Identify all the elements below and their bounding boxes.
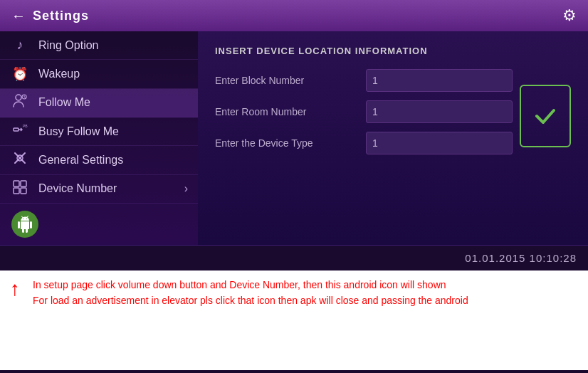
top-bar: ← Settings ⚙ bbox=[0, 0, 588, 31]
page-title: Settings bbox=[33, 9, 89, 23]
general-settings-icon bbox=[11, 150, 28, 169]
sidebar-label-ring-option: Ring Option bbox=[38, 39, 99, 52]
sidebar-label-busy-follow-me: Busy Follow Me bbox=[38, 125, 119, 138]
sidebar-item-wakeup[interactable]: ⏰ Wakeup bbox=[0, 60, 198, 88]
room-number-row: Enter Room Number bbox=[215, 100, 513, 123]
status-bar: 01.01.2015 10:10:28 bbox=[0, 245, 588, 270]
back-button[interactable]: ← bbox=[11, 8, 26, 24]
room-number-label: Enter Room Number bbox=[215, 106, 357, 117]
sidebar-label-general-settings: General Settings bbox=[38, 154, 123, 167]
device-type-row: Enter the Device Type bbox=[215, 132, 513, 154]
top-bar-left: ← Settings bbox=[11, 8, 89, 24]
sidebar-label-follow-me: Follow Me bbox=[38, 96, 90, 109]
app-root: ← Settings ⚙ ♪ Ring Option ⏰ Wakeup bbox=[0, 0, 588, 370]
instruction-area: ↑ In setup page click volume down button… bbox=[0, 270, 588, 370]
gear-icon[interactable]: ⚙ bbox=[562, 6, 577, 25]
sidebar-item-general-settings[interactable]: General Settings bbox=[0, 146, 198, 174]
wakeup-icon: ⏰ bbox=[11, 66, 28, 82]
svg-text:PBX: PBX bbox=[23, 124, 28, 128]
android-icon-button[interactable] bbox=[11, 211, 38, 238]
android-icon-row bbox=[0, 204, 198, 245]
block-number-label: Enter Block Number bbox=[215, 75, 357, 86]
sidebar-item-follow-me[interactable]: Follow Me bbox=[0, 89, 198, 117]
form-and-button: Enter Block Number Enter Room Number Ent… bbox=[215, 69, 571, 163]
sidebar-item-ring-option[interactable]: ♪ Ring Option bbox=[0, 31, 198, 60]
chevron-right-icon: › bbox=[184, 182, 188, 195]
block-number-row: Enter Block Number bbox=[215, 69, 513, 92]
main-section: ♪ Ring Option ⏰ Wakeup Follow Me bbox=[0, 31, 588, 245]
follow-me-icon bbox=[11, 93, 28, 112]
instruction-text: In setup page click volume down button a… bbox=[33, 278, 578, 308]
sidebar-item-device-number[interactable]: Device Number › bbox=[0, 175, 198, 204]
busy-follow-me-icon: PBX bbox=[11, 122, 28, 141]
device-type-input[interactable] bbox=[366, 132, 513, 154]
svg-rect-2 bbox=[14, 128, 19, 131]
sidebar-item-busy-follow-me[interactable]: PBX Busy Follow Me bbox=[0, 117, 198, 146]
block-number-input[interactable] bbox=[366, 69, 513, 92]
device-type-label: Enter the Device Type bbox=[215, 137, 357, 149]
svg-rect-7 bbox=[14, 181, 19, 186]
svg-rect-8 bbox=[21, 181, 26, 186]
sidebar: ♪ Ring Option ⏰ Wakeup Follow Me bbox=[0, 31, 198, 245]
svg-point-0 bbox=[16, 95, 21, 100]
svg-rect-9 bbox=[14, 188, 19, 194]
content-panel: INSERT DEVICE LOCATION INFORMATION Enter… bbox=[198, 31, 588, 245]
ring-option-icon: ♪ bbox=[11, 38, 28, 53]
svg-rect-10 bbox=[21, 188, 26, 194]
room-number-input[interactable] bbox=[366, 100, 513, 123]
sidebar-label-device-number: Device Number bbox=[38, 182, 117, 195]
device-number-icon bbox=[11, 179, 28, 199]
confirm-button[interactable] bbox=[520, 85, 571, 147]
sidebar-label-wakeup: Wakeup bbox=[38, 68, 80, 80]
status-datetime: 01.01.2015 10:10:28 bbox=[465, 252, 577, 264]
form-fields: Enter Block Number Enter Room Number Ent… bbox=[215, 69, 513, 163]
section-title: INSERT DEVICE LOCATION INFORMATION bbox=[215, 46, 571, 56]
instruction-arrow-icon: ↑ bbox=[10, 278, 20, 300]
